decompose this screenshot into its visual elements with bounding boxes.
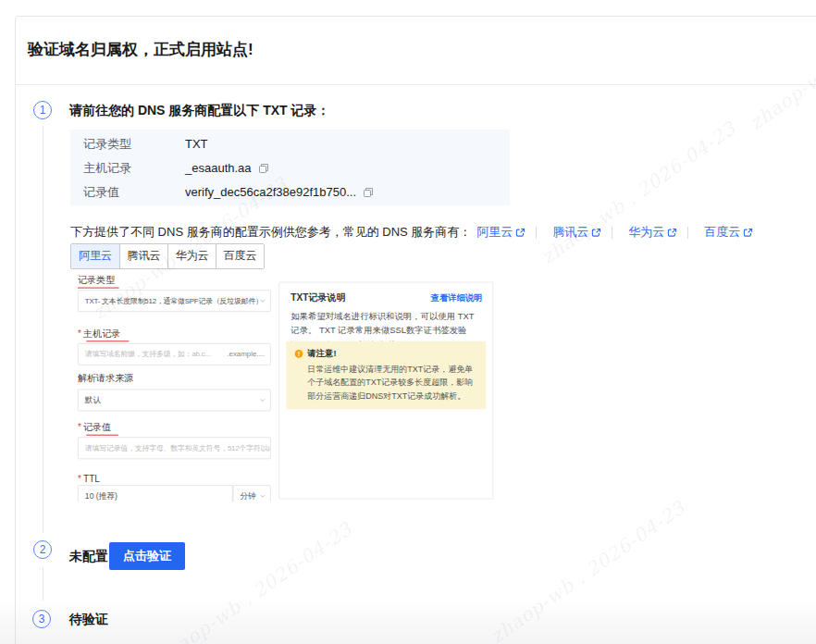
red-annotation-line	[86, 435, 118, 436]
view-details-link: 查看详细说明	[431, 291, 483, 303]
example-source-select: 默认	[78, 390, 271, 412]
notice-box: ! 请注意! 日常运维中建议清理无用的TXT记录，避免单个子域名配置的TXT记录…	[286, 341, 486, 409]
external-link-icon	[667, 228, 677, 238]
red-annotation-line	[86, 341, 129, 341]
copy-host-record-button[interactable]	[258, 163, 269, 174]
step3-badge: 3	[32, 610, 51, 628]
txt-record-box: 记录类型 TXT 主机记录 _esaauth.aa 记录值 verify_dec…	[70, 130, 510, 205]
example-record-type-label: 记录类型	[78, 275, 115, 287]
copy-record-value-button[interactable]	[363, 187, 374, 198]
tab-baidu[interactable]: 百度云	[216, 244, 264, 268]
link-separator	[612, 227, 612, 239]
example-ttl-input: 10 (推荐)	[78, 485, 233, 502]
notice-body: 日常运维中建议清理无用的TXT记录，避免单个子域名配置的TXT记录较多长度超限，…	[295, 363, 478, 402]
tab-huawei[interactable]: 华为云	[167, 244, 216, 268]
baidu-dns-link[interactable]: 百度云	[704, 224, 753, 241]
txt-record-help-panel: TXT记录说明 查看详细说明 如果希望对域名进行标识和说明，可以使用 TXT 记…	[278, 282, 493, 500]
providers-intro: 下方提供了不同 DNS 服务商的配置示例供您参考，常见的 DNS 服务商有：	[70, 224, 471, 241]
example-host-label: *主机记录	[78, 328, 120, 340]
verify-domain-dialog: 验证域名归属权，正式启用站点! 1 请前往您的 DNS 服务商配置以下 TXT …	[0, 0, 816, 644]
record-row-type: 记录类型 TXT	[70, 132, 510, 156]
external-link-icon	[515, 228, 525, 238]
chevron-down-icon	[259, 396, 266, 403]
title-divider	[15, 84, 816, 85]
example-value-label: *记录值	[78, 422, 111, 434]
example-source-label: 解析请求来源	[78, 373, 133, 385]
copy-icon	[258, 163, 269, 174]
provider-tabs: 阿里云 腾讯云 华为云 百度云	[70, 243, 265, 269]
warning-dot-icon: !	[295, 350, 303, 358]
record-type-value: TXT	[185, 132, 208, 156]
example-value-input: 请填写记录值，支持字母、数字和英文符号，512个字符以内	[78, 437, 271, 459]
step1-badge: 1	[33, 101, 52, 119]
external-link-icon	[591, 228, 601, 238]
notice-title: 请注意!	[307, 348, 336, 360]
link-separator	[687, 227, 688, 239]
dns-config-example-image: 记录类型 TXT- 文本长度限制512，通常做SPF记录（反垃圾邮件） *主机记…	[70, 274, 502, 502]
step2-status: 未配置	[69, 549, 108, 565]
host-record-label: 主机记录	[83, 156, 185, 180]
record-row-host: 主机记录 _esaauth.aa	[70, 156, 510, 180]
example-ttl-label: *TTL	[78, 473, 100, 484]
example-record-type-select: TXT- 文本长度限制512，通常做SPF记录（反垃圾邮件）	[78, 290, 271, 312]
step1-title: 请前往您的 DNS 服务商配置以下 TXT 记录：	[69, 103, 330, 119]
step-connector-2	[43, 567, 43, 601]
copy-icon	[363, 187, 374, 198]
aliyun-dns-link[interactable]: 阿里云	[476, 224, 525, 241]
link-separator	[536, 227, 537, 239]
record-row-value: 记录值 verify_dec56ca2f38e92f1b750...	[70, 180, 510, 204]
huawei-dns-link[interactable]: 华为云	[628, 224, 677, 241]
help-title: TXT记录说明	[291, 291, 345, 303]
tencent-dns-link[interactable]: 腾讯云	[552, 224, 601, 241]
chevron-down-icon	[259, 492, 266, 500]
step3-status: 待验证	[69, 612, 108, 628]
tab-tencent[interactable]: 腾讯云	[119, 244, 167, 268]
record-type-label: 记录类型	[83, 132, 185, 156]
step-connector-1	[43, 126, 43, 533]
host-record-value: _esaauth.aa	[185, 156, 252, 180]
external-link-icon	[743, 228, 753, 238]
red-annotation-line	[78, 287, 119, 288]
example-host-input: 请填写域名前缀，支持多级，如：ab.c... .example....	[78, 343, 271, 365]
tab-aliyun[interactable]: 阿里云	[71, 244, 119, 268]
record-value-value: verify_dec56ca2f38e92f1b750...	[185, 180, 356, 204]
verify-button[interactable]: 点击验证	[109, 542, 185, 570]
chevron-down-icon	[259, 297, 266, 304]
step2-badge: 2	[33, 540, 52, 559]
record-value-label: 记录值	[83, 180, 185, 204]
dialog-title: 验证域名归属权，正式启用站点!	[28, 39, 253, 60]
providers-line: 下方提供了不同 DNS 服务商的配置示例供您参考，常见的 DNS 服务商有： 阿…	[70, 224, 753, 241]
example-ttl-unit-select: 分钟	[233, 485, 271, 502]
